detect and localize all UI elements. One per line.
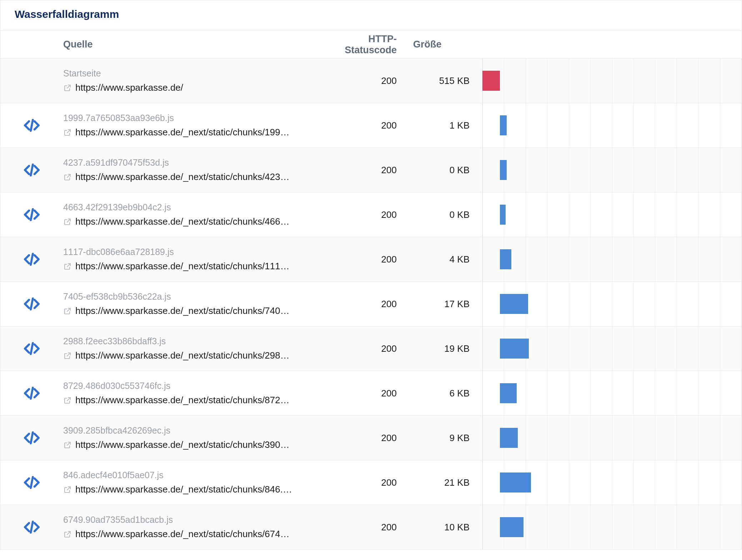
external-link-icon[interactable] xyxy=(63,84,72,92)
waterfall-cell xyxy=(482,192,742,237)
status-code: 200 xyxy=(325,254,411,265)
resource-type-icon-cell xyxy=(0,117,63,134)
waterfall-bar[interactable] xyxy=(500,472,531,492)
table-row[interactable]: 1999.7a7650853aa93e6b.jshttps://www.spar… xyxy=(0,103,742,148)
table-row[interactable]: 1117-dbc086e6aa728189.jshttps://www.spar… xyxy=(0,237,742,281)
waterfall-cell xyxy=(482,326,742,371)
waterfall-bar[interactable] xyxy=(500,339,529,359)
external-link-icon[interactable] xyxy=(63,307,72,315)
table-row[interactable]: 2988.f2eec33b86bdaff3.jshttps://www.spar… xyxy=(0,326,742,371)
col-header-waterfall xyxy=(482,31,742,58)
waterfall-bar[interactable] xyxy=(500,517,523,537)
table-header: Quelle HTTP-Statuscode Größe xyxy=(0,30,742,58)
source-cell: 8729.486d030c553746fc.jshttps://www.spar… xyxy=(63,381,325,406)
table-row[interactable]: 3909.285bfbca426269ec.jshttps://www.spar… xyxy=(0,415,742,460)
table-row[interactable]: 7405-ef538cb9b536c22a.jshttps://www.spar… xyxy=(0,281,742,326)
col-header-size[interactable]: Größe xyxy=(411,39,482,50)
resource-url[interactable]: https://www.sparkasse.de/ xyxy=(75,82,183,93)
code-icon xyxy=(21,340,42,357)
code-icon xyxy=(21,296,42,312)
size-value: 0 KB xyxy=(411,165,482,176)
resource-url[interactable]: https://www.sparkasse.de/_next/static/ch… xyxy=(75,216,290,227)
resource-url[interactable]: https://www.sparkasse.de/_next/static/ch… xyxy=(75,350,290,361)
waterfall-bar[interactable] xyxy=(500,383,516,403)
size-value: 9 KB xyxy=(411,432,482,444)
size-value: 4 KB xyxy=(411,254,482,265)
resource-url[interactable]: https://www.sparkasse.de/_next/static/ch… xyxy=(75,261,290,272)
table-row[interactable]: 8729.486d030c553746fc.jshttps://www.spar… xyxy=(0,371,742,415)
waterfall-cell xyxy=(482,282,742,326)
external-link-icon[interactable] xyxy=(63,396,72,405)
table-row[interactable]: 4237.a591df970475f53d.jshttps://www.spar… xyxy=(0,148,742,192)
resource-title: Startseite xyxy=(63,68,318,79)
size-value: 19 KB xyxy=(411,343,482,354)
external-link-icon[interactable] xyxy=(63,128,72,137)
source-cell: 4237.a591df970475f53d.jshttps://www.spar… xyxy=(63,158,325,182)
external-link-icon[interactable] xyxy=(63,218,72,226)
resource-title: 3909.285bfbca426269ec.js xyxy=(63,425,318,436)
source-cell: 846.adecf4e010f5ae07.jshttps://www.spark… xyxy=(63,470,325,495)
external-link-icon[interactable] xyxy=(63,530,72,539)
col-header-status[interactable]: HTTP-Statuscode xyxy=(325,34,411,56)
external-link-icon[interactable] xyxy=(63,485,72,494)
resource-url[interactable]: https://www.sparkasse.de/_next/static/ch… xyxy=(75,171,290,182)
resource-url[interactable]: https://www.sparkasse.de/_next/static/ch… xyxy=(75,439,290,450)
panel-title: Wasserfalldiagramm xyxy=(0,0,742,30)
resource-url[interactable]: https://www.sparkasse.de/_next/static/ch… xyxy=(75,484,292,495)
waterfall-cell xyxy=(482,371,742,415)
resource-type-icon-cell xyxy=(0,340,63,357)
external-link-icon[interactable] xyxy=(63,441,72,449)
resource-url[interactable]: https://www.sparkasse.de/_next/static/ch… xyxy=(75,305,290,316)
col-header-source[interactable]: Quelle xyxy=(63,39,325,50)
code-icon xyxy=(21,430,42,446)
waterfall-bar[interactable] xyxy=(500,294,528,314)
size-value: 6 KB xyxy=(411,388,482,399)
waterfall-bar[interactable] xyxy=(500,115,506,135)
resource-url[interactable]: https://www.sparkasse.de/_next/static/ch… xyxy=(75,395,290,406)
size-value: 17 KB xyxy=(411,299,482,310)
table-row[interactable]: 4663.42f29139eb9b04c2.jshttps://www.spar… xyxy=(0,192,742,237)
code-icon xyxy=(21,206,42,223)
source-cell: 3909.285bfbca426269ec.jshttps://www.spar… xyxy=(63,425,325,450)
waterfall-panel: Wasserfalldiagramm Quelle HTTP-Statuscod… xyxy=(0,0,742,550)
source-cell: Startseitehttps://www.sparkasse.de/ xyxy=(63,68,325,93)
external-link-icon[interactable] xyxy=(63,351,72,360)
waterfall-bar[interactable] xyxy=(500,428,518,448)
status-code: 200 xyxy=(325,522,411,533)
resource-url[interactable]: https://www.sparkasse.de/_next/static/ch… xyxy=(75,529,290,540)
status-code: 200 xyxy=(325,165,411,176)
code-icon xyxy=(21,251,42,268)
resource-title: 2988.f2eec33b86bdaff3.js xyxy=(63,336,318,346)
source-cell: 2988.f2eec33b86bdaff3.jshttps://www.spar… xyxy=(63,336,325,361)
resource-type-icon-cell xyxy=(0,430,63,446)
waterfall-gridlines xyxy=(482,371,742,415)
resource-url[interactable]: https://www.sparkasse.de/_next/static/ch… xyxy=(75,127,290,138)
size-value: 515 KB xyxy=(411,75,482,86)
source-cell: 6749.90ad7355ad1bcacb.jshttps://www.spar… xyxy=(63,515,325,540)
waterfall-gridlines xyxy=(482,237,742,281)
resource-type-icon-cell xyxy=(0,251,63,268)
waterfall-bar[interactable] xyxy=(500,160,506,180)
waterfall-cell xyxy=(482,505,742,549)
waterfall-bar[interactable] xyxy=(500,249,511,269)
waterfall-gridlines xyxy=(482,59,742,103)
status-code: 200 xyxy=(325,343,411,354)
code-icon xyxy=(21,474,42,491)
resource-type-icon-cell xyxy=(0,162,63,178)
resource-title: 1117-dbc086e6aa728189.js xyxy=(63,247,318,257)
waterfall-cell xyxy=(482,416,742,460)
table-row[interactable]: Startseitehttps://www.sparkasse.de/20051… xyxy=(0,58,742,103)
waterfall-gridlines xyxy=(482,103,742,148)
waterfall-bar[interactable] xyxy=(482,71,500,91)
table-row[interactable]: 846.adecf4e010f5ae07.jshttps://www.spark… xyxy=(0,460,742,505)
external-link-icon[interactable] xyxy=(63,173,72,181)
code-icon xyxy=(21,519,42,535)
resource-title: 4663.42f29139eb9b04c2.js xyxy=(63,202,318,212)
size-value: 0 KB xyxy=(411,209,482,220)
table-row[interactable]: 6749.90ad7355ad1bcacb.jshttps://www.spar… xyxy=(0,505,742,549)
external-link-icon[interactable] xyxy=(63,262,72,271)
waterfall-bar[interactable] xyxy=(500,205,506,225)
source-cell: 1999.7a7650853aa93e6b.jshttps://www.spar… xyxy=(63,113,325,138)
code-icon xyxy=(21,162,42,178)
resource-type-icon-cell xyxy=(0,296,63,312)
